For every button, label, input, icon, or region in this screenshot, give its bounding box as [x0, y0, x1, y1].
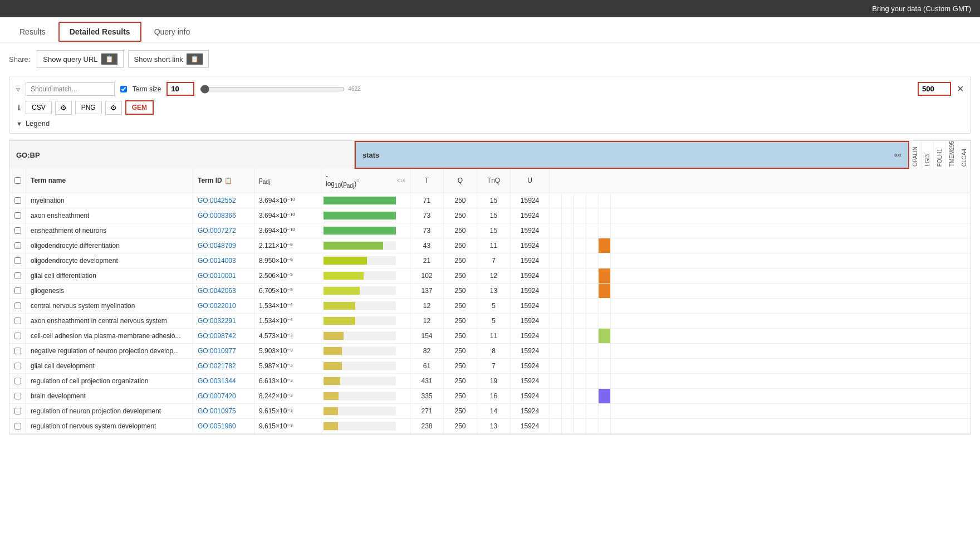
cell-term-id[interactable]: GO:0042063	[193, 284, 254, 298]
row-checkbox[interactable]	[14, 227, 21, 234]
cell-log-bar	[321, 374, 410, 388]
cell-term-id[interactable]: GO:0007420	[193, 389, 254, 403]
cell-side-cols	[550, 268, 611, 283]
tab-query-info[interactable]: Query info	[144, 22, 201, 41]
cell-term-name: oligodendrocyte development	[26, 253, 193, 268]
bar-container	[324, 256, 396, 265]
side-cell-2	[574, 329, 586, 343]
filter-close-button[interactable]: ✕	[957, 84, 964, 94]
bar-container	[324, 331, 396, 340]
cell-term-id[interactable]: GO:0048709	[193, 238, 254, 253]
cell-padj: 1.534×10⁻⁴	[254, 314, 321, 328]
row-checkbox[interactable]	[14, 242, 21, 249]
stats-header: stats ««	[355, 141, 909, 169]
cell-term-id[interactable]: GO:0021782	[193, 359, 254, 373]
cell-u: 15924	[511, 389, 550, 403]
cell-term-id[interactable]: GO:0051960	[193, 419, 254, 433]
row-checkbox[interactable]	[14, 348, 21, 354]
row-checkbox[interactable]	[14, 393, 21, 399]
row-checkbox-cell	[9, 344, 26, 358]
row-checkbox[interactable]	[14, 423, 21, 429]
side-cell-0	[550, 223, 562, 238]
filter-row: ▿ Term size 4622 ✕	[16, 82, 964, 96]
row-checkbox[interactable]	[14, 318, 21, 324]
short-link-copy-icon[interactable]: 📋	[187, 53, 203, 65]
table-row: axon ensheathment GO:0008366 3.694×10⁻¹⁰…	[9, 208, 971, 223]
legend-arrow-icon: ▼	[16, 120, 22, 127]
cell-term-id[interactable]: GO:0010001	[193, 268, 254, 283]
bar-container	[324, 286, 396, 295]
cell-q: 250	[444, 374, 477, 388]
cell-term-id[interactable]: GO:0010975	[193, 404, 254, 418]
row-checkbox[interactable]	[14, 272, 21, 279]
filter-input[interactable]	[26, 82, 115, 96]
cell-log-bar	[321, 299, 410, 313]
term-size-min-input[interactable]	[166, 82, 194, 96]
cell-q: 250	[444, 389, 477, 403]
term-size-max-input[interactable]	[918, 82, 951, 96]
table-row: ensheathment of neurons GO:0007272 3.694…	[9, 223, 971, 238]
bar-container	[324, 196, 396, 205]
cell-q: 250	[444, 404, 477, 418]
gem-button[interactable]: GEM	[125, 100, 154, 115]
cell-side-cols	[550, 344, 611, 358]
cell-u: 15924	[511, 329, 550, 343]
cell-term-id[interactable]: GO:0032291	[193, 314, 254, 328]
csv-button[interactable]: CSV	[26, 101, 52, 114]
query-url-copy-icon[interactable]: 📋	[101, 53, 117, 65]
side-cell-3	[586, 223, 599, 238]
cell-u: 15924	[511, 193, 550, 208]
show-short-link-button[interactable]: Show short link 📋	[128, 50, 209, 68]
show-query-url-button[interactable]: Show query URL 📋	[37, 50, 123, 68]
term-size-checkbox[interactable]	[120, 86, 127, 92]
row-checkbox[interactable]	[14, 333, 21, 339]
side-cell-0	[550, 299, 562, 313]
cell-padj: 6.613×10⁻³	[254, 374, 321, 388]
row-checkbox-cell	[9, 359, 26, 373]
cell-term-id[interactable]: GO:0098742	[193, 329, 254, 343]
row-checkbox-cell	[9, 253, 26, 268]
side-cell-4	[599, 223, 611, 238]
cell-term-id[interactable]: GO:0014003	[193, 253, 254, 268]
cell-t: 12	[410, 299, 444, 313]
cell-term-id[interactable]: GO:0008366	[193, 208, 254, 223]
row-checkbox[interactable]	[14, 363, 21, 369]
row-checkbox[interactable]	[14, 302, 21, 309]
side-cell-4	[599, 344, 611, 358]
bar	[324, 302, 355, 310]
cell-term-name: ensheathment of neurons	[26, 223, 193, 238]
cell-q: 250	[444, 268, 477, 283]
cell-log-bar	[321, 208, 410, 223]
row-checkbox[interactable]	[14, 287, 21, 294]
side-cell-0	[550, 193, 562, 208]
png-button[interactable]: PNG	[75, 101, 102, 114]
table-row: regulation of cell projection organizati…	[9, 374, 971, 389]
bar-container	[324, 377, 396, 385]
row-checkbox[interactable]	[14, 378, 21, 384]
cell-term-name: regulation of nervous system development	[26, 419, 193, 433]
row-checkbox[interactable]	[14, 212, 21, 219]
row-checkbox[interactable]	[14, 408, 21, 414]
cell-q: 250	[444, 419, 477, 433]
tab-results[interactable]: Results	[9, 22, 56, 41]
png-gear-button[interactable]: ⚙	[105, 101, 122, 115]
csv-gear-button[interactable]: ⚙	[55, 101, 72, 115]
cell-term-id[interactable]: GO:0022010	[193, 299, 254, 313]
row-checkbox[interactable]	[14, 197, 21, 204]
tab-detailed-results[interactable]: Detailed Results	[58, 22, 141, 42]
cell-term-id[interactable]: GO:0031344	[193, 374, 254, 388]
cell-term-id[interactable]: GO:0007272	[193, 223, 254, 238]
select-all-checkbox[interactable]	[14, 177, 21, 184]
bar	[324, 377, 340, 385]
cell-term-id[interactable]: GO:0042552	[193, 193, 254, 208]
side-col-header-opalin: OPALIN	[909, 141, 922, 169]
cell-term-id[interactable]: GO:0010977	[193, 344, 254, 358]
row-checkbox[interactable]	[14, 257, 21, 264]
legend-row[interactable]: ▼ Legend	[16, 119, 964, 128]
bar-container	[324, 407, 396, 416]
term-size-slider-min[interactable]	[200, 85, 345, 94]
term-id-sort-icon[interactable]: 📋	[224, 177, 232, 184]
stats-chevron-icon[interactable]: ««	[894, 151, 901, 159]
bar	[324, 197, 396, 204]
bar	[324, 347, 342, 355]
